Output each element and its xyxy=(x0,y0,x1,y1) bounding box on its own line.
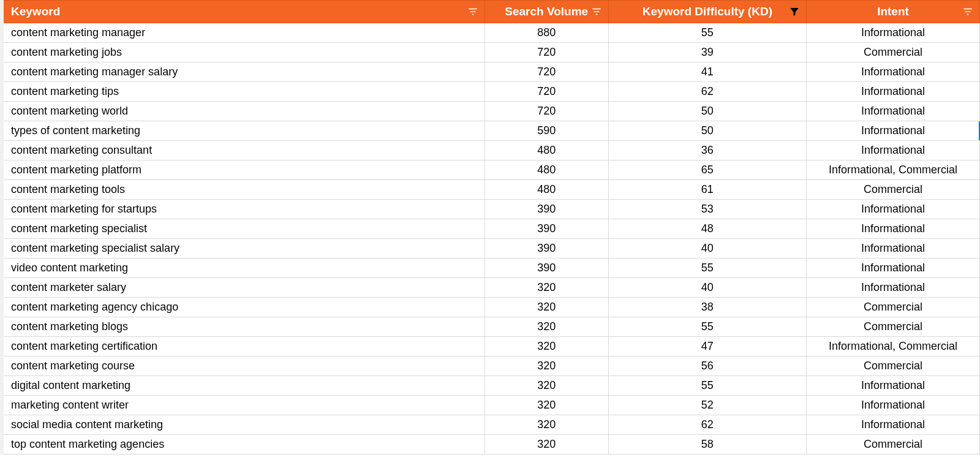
kd-cell[interactable]: 62 xyxy=(608,415,806,435)
table-row[interactable]: content marketing world72050Informationa… xyxy=(2,102,980,121)
kd-cell[interactable]: 48 xyxy=(608,219,806,239)
kd-cell[interactable]: 55 xyxy=(608,376,806,396)
kd-cell[interactable]: 50 xyxy=(608,121,806,141)
intent-cell[interactable]: Informational, Commercial xyxy=(807,160,980,180)
table-row[interactable]: content marketing tools48061Commercial xyxy=(2,180,980,200)
keyword-cell[interactable]: content marketing manager salary xyxy=(2,62,484,82)
intent-cell[interactable]: Informational xyxy=(807,102,980,121)
sv-cell[interactable]: 480 xyxy=(484,180,608,200)
sv-cell[interactable]: 720 xyxy=(484,82,608,102)
sv-cell[interactable]: 480 xyxy=(484,160,608,180)
keyword-cell[interactable]: content marketing tools xyxy=(2,180,484,200)
keyword-cell[interactable]: content marketing agency chicago xyxy=(2,298,484,317)
kd-cell[interactable]: 56 xyxy=(608,356,806,376)
sv-cell[interactable]: 390 xyxy=(484,258,608,278)
kd-cell[interactable]: 47 xyxy=(608,337,806,356)
table-row[interactable]: types of content marketing59050Informati… xyxy=(2,121,980,141)
intent-cell[interactable]: Informational xyxy=(807,121,980,141)
table-row[interactable]: content marketing consultant48036Informa… xyxy=(2,141,980,160)
kd-cell[interactable]: 40 xyxy=(608,278,806,298)
table-row[interactable]: marketing content writer32052Information… xyxy=(2,396,980,415)
table-row[interactable]: content marketing manager salary72041Inf… xyxy=(2,62,980,82)
kd-cell[interactable]: 39 xyxy=(608,43,806,62)
sv-cell[interactable]: 320 xyxy=(484,356,608,376)
table-row[interactable]: content marketing course32056Commercial xyxy=(2,356,980,376)
intent-cell[interactable]: Informational xyxy=(807,62,980,82)
keyword-cell[interactable]: marketing content writer xyxy=(2,396,484,415)
filter-active-icon[interactable] xyxy=(789,6,800,17)
intent-cell[interactable]: Informational xyxy=(807,82,980,102)
keyword-cell[interactable]: content marketing specialist salary xyxy=(2,239,484,258)
sv-cell[interactable]: 320 xyxy=(484,435,608,454)
sv-cell[interactable]: 880 xyxy=(484,23,608,43)
keyword-cell[interactable]: content marketing specialist xyxy=(2,219,484,239)
sv-cell[interactable]: 320 xyxy=(484,376,608,396)
intent-cell[interactable]: Informational xyxy=(807,396,980,415)
col-header-kd[interactable]: Keyword Difficulty (KD) xyxy=(608,1,806,23)
sv-cell[interactable]: 590 xyxy=(484,121,608,141)
intent-cell[interactable]: Informational xyxy=(807,278,980,298)
kd-cell[interactable]: 36 xyxy=(608,141,806,160)
sv-cell[interactable]: 320 xyxy=(484,298,608,317)
intent-cell[interactable]: Commercial xyxy=(807,180,980,200)
kd-cell[interactable]: 55 xyxy=(608,23,806,43)
intent-cell[interactable]: Informational, Commercial xyxy=(807,337,980,356)
intent-cell[interactable]: Informational xyxy=(807,258,980,278)
keyword-cell[interactable]: content marketing tips xyxy=(2,82,484,102)
table-row[interactable]: social media content marketing32062Infor… xyxy=(2,415,980,435)
keyword-cell[interactable]: social media content marketing xyxy=(2,415,484,435)
sv-cell[interactable]: 320 xyxy=(484,317,608,337)
intent-cell[interactable]: Commercial xyxy=(807,43,980,62)
intent-cell[interactable]: Informational xyxy=(807,23,980,43)
intent-cell[interactable]: Informational xyxy=(807,239,980,258)
kd-cell[interactable]: 61 xyxy=(608,180,806,200)
keyword-cell[interactable]: digital content marketing xyxy=(2,376,484,396)
intent-cell[interactable]: Informational xyxy=(807,376,980,396)
table-row[interactable]: content marketing certification32047Info… xyxy=(2,337,980,356)
kd-cell[interactable]: 50 xyxy=(608,102,806,121)
keyword-cell[interactable]: content marketing jobs xyxy=(2,43,484,62)
sv-cell[interactable]: 720 xyxy=(484,43,608,62)
intent-cell[interactable]: Commercial xyxy=(807,356,980,376)
sv-cell[interactable]: 320 xyxy=(484,396,608,415)
filter-icon[interactable] xyxy=(467,6,478,17)
kd-cell[interactable]: 55 xyxy=(608,258,806,278)
keyword-cell[interactable]: content marketing blogs xyxy=(2,317,484,337)
table-row[interactable]: content marketer salary32040Informationa… xyxy=(2,278,980,298)
filter-icon[interactable] xyxy=(591,6,602,17)
table-row[interactable]: content marketing tips72062Informational xyxy=(2,82,980,102)
table-row[interactable]: content marketing blogs32055Commercial xyxy=(2,317,980,337)
table-row[interactable]: content marketing for startups39053Infor… xyxy=(2,200,980,219)
col-header-search-volume[interactable]: Search Volume xyxy=(484,1,608,23)
keyword-cell[interactable]: content marketer salary xyxy=(2,278,484,298)
table-row[interactable]: digital content marketing32055Informatio… xyxy=(2,376,980,396)
table-row[interactable]: content marketing platform48065Informati… xyxy=(2,160,980,180)
col-header-intent[interactable]: Intent xyxy=(807,1,980,23)
table-row[interactable]: top content marketing agencies32058Comme… xyxy=(2,435,980,454)
kd-cell[interactable]: 52 xyxy=(608,396,806,415)
keyword-cell[interactable]: content marketing certification xyxy=(2,337,484,356)
sv-cell[interactable]: 320 xyxy=(484,278,608,298)
sv-cell[interactable]: 720 xyxy=(484,62,608,82)
intent-cell[interactable]: Informational xyxy=(807,219,980,239)
keyword-cell[interactable]: content marketing consultant xyxy=(2,141,484,160)
kd-cell[interactable]: 55 xyxy=(608,317,806,337)
intent-cell[interactable]: Informational xyxy=(807,415,980,435)
sv-cell[interactable]: 320 xyxy=(484,337,608,356)
table-row[interactable]: content marketing agency chicago32038Com… xyxy=(2,298,980,317)
intent-cell[interactable]: Commercial xyxy=(807,317,980,337)
kd-cell[interactable]: 40 xyxy=(608,239,806,258)
keyword-cell[interactable]: top content marketing agencies xyxy=(2,435,484,454)
table-row[interactable]: content marketing manager88055Informatio… xyxy=(2,23,980,43)
keyword-cell[interactable]: content marketing platform xyxy=(2,160,484,180)
keyword-cell[interactable]: types of content marketing xyxy=(2,121,484,141)
table-row[interactable]: video content marketing39055Informationa… xyxy=(2,258,980,278)
intent-cell[interactable]: Informational xyxy=(807,141,980,160)
sv-cell[interactable]: 480 xyxy=(484,141,608,160)
table-row[interactable]: content marketing specialist salary39040… xyxy=(2,239,980,258)
intent-cell[interactable]: Commercial xyxy=(807,435,980,454)
sv-cell[interactable]: 320 xyxy=(484,415,608,435)
kd-cell[interactable]: 58 xyxy=(608,435,806,454)
keyword-cell[interactable]: video content marketing xyxy=(2,258,484,278)
kd-cell[interactable]: 38 xyxy=(608,298,806,317)
